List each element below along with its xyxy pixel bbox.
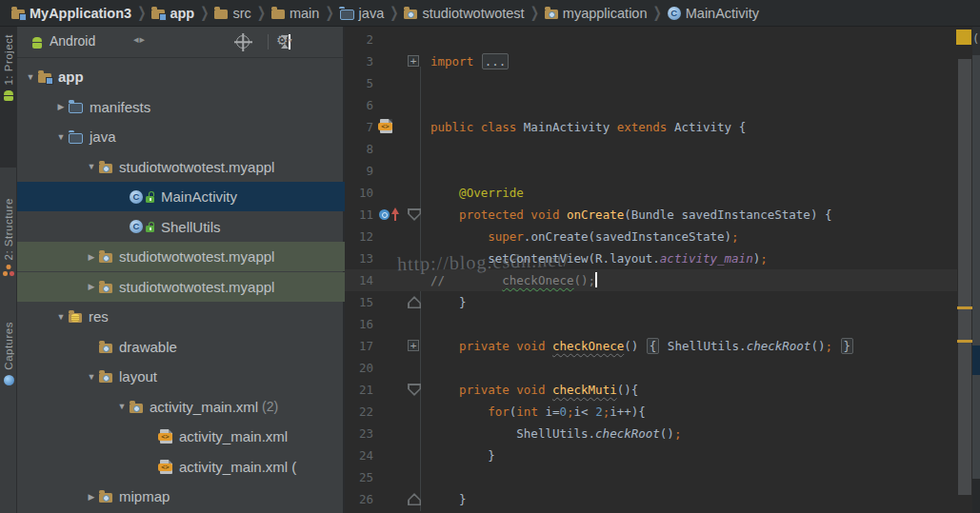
tree-expand-arrow-icon[interactable]: ▶	[84, 282, 99, 291]
code-text[interactable]: protected void onCreate(Bundle savedInst…	[430, 204, 831, 226]
code-text[interactable]: }	[430, 291, 467, 313]
code-text[interactable]: // checkOnece();	[430, 269, 597, 291]
tool-stripe-label: 1: Project	[3, 34, 14, 86]
project-tool-window: Android ◂ ▸ ⚙▾ ▼app▶manifests▼java▼studi…	[17, 27, 345, 513]
code-line: 24 }	[345, 444, 972, 466]
code-text[interactable]: ShellUtils.checkRoot();	[430, 423, 681, 444]
tree-item-label: activity_main.xml (	[179, 459, 296, 475]
gear-icon[interactable]: ⚙▾	[276, 33, 290, 49]
breadcrumb-label: myapplication	[563, 6, 648, 21]
view-switcher-arrows[interactable]: ◂ ▸	[133, 33, 144, 46]
code-line: 5	[345, 72, 972, 94]
line-number: 16	[345, 313, 373, 335]
tree-expand-arrow-icon[interactable]: ▼	[84, 372, 99, 382]
tree-item-label: app	[58, 69, 84, 85]
breadcrumb-separator-icon: ❯	[198, 4, 210, 21]
right-edge-strip: (	[972, 27, 980, 513]
right-strip-bottom	[972, 479, 980, 513]
fold-marker-icon[interactable]	[408, 296, 421, 308]
code-line: 21 private void checkMuti(){	[345, 379, 972, 401]
code-text[interactable]: @Override	[430, 182, 524, 204]
breadcrumb-item[interactable]: MyApplication3	[8, 0, 135, 26]
code-line: 26 }	[345, 488, 972, 510]
code-text[interactable]: setContentView(R.layout.activity_main);	[430, 247, 768, 269]
line-number: 25	[345, 466, 373, 488]
tree-item-label: activity_main.xml	[179, 428, 288, 444]
tree-expand-arrow-icon[interactable]: ▼	[23, 72, 38, 82]
tree-item-label: layout	[119, 368, 157, 385]
code-line: 12 super.onCreate(savedInstanceState);	[345, 226, 972, 247]
structure-icon	[3, 265, 14, 276]
line-number: 26	[345, 488, 373, 510]
module-icon	[38, 73, 51, 83]
tree-row[interactable]: ▼java	[17, 122, 379, 151]
breadcrumb-item[interactable]: app	[148, 0, 198, 26]
xml-badge: <>	[378, 123, 392, 130]
code-line: 6	[345, 94, 972, 116]
xml-file-icon: <>	[160, 460, 172, 474]
tree-row[interactable]: ▶manifests	[17, 92, 379, 122]
code-text[interactable]: }	[430, 444, 495, 466]
tree-expand-arrow-icon[interactable]: ▼	[84, 162, 99, 171]
fold-marker-icon[interactable]: +	[408, 55, 419, 67]
unlock-icon	[146, 196, 154, 203]
tree-row[interactable]: ▼app	[17, 62, 349, 91]
code-text[interactable]: private void checkOnece() { ShellUtils.c…	[430, 335, 854, 357]
code-line: 14// checkOnece();	[345, 269, 972, 291]
line-number: 15	[345, 291, 373, 313]
tree-item-label: MainActivity	[161, 188, 237, 205]
tree-item-label: activity_main.xml	[150, 399, 258, 415]
inspection-indicator[interactable]	[956, 30, 971, 45]
tree-expand-arrow-icon[interactable]: ▼	[114, 402, 130, 411]
code-text[interactable]: }	[430, 488, 467, 510]
tool-stripe-item[interactable]: Captures	[0, 314, 17, 419]
breadcrumb-separator-icon: ❯	[135, 4, 148, 21]
breadcrumb-item[interactable]: myapplication	[541, 0, 651, 26]
tool-stripe-item[interactable]: 1: Project	[0, 27, 17, 168]
code-line: 8	[345, 138, 972, 160]
fold-marker-icon[interactable]	[408, 384, 421, 396]
breadcrumb-label: src	[232, 6, 250, 21]
line-number: 21	[345, 379, 373, 401]
code-text[interactable]: public class MainActivity extends Activi…	[430, 116, 746, 138]
code-editor[interactable]: 23+import ...567<>public class MainActiv…	[345, 27, 972, 513]
locate-icon[interactable]	[236, 35, 250, 49]
breadcrumb-label: app	[170, 6, 194, 21]
tree-expand-arrow-icon[interactable]: ▼	[53, 132, 69, 142]
line-number: 2	[345, 29, 373, 50]
breadcrumb-label: main	[290, 6, 319, 21]
code-text[interactable]: for(int i=0;i< 2;i++){	[430, 401, 646, 423]
tree-expand-arrow-icon[interactable]: ▶	[84, 252, 99, 262]
code-text[interactable]: super.onCreate(savedInstanceState);	[430, 226, 739, 247]
fold-marker-icon[interactable]	[408, 493, 421, 505]
tree-item-label: mipmap	[119, 488, 170, 504]
tool-stripe-item[interactable]: 2: Structure	[0, 190, 17, 314]
fold-marker-icon[interactable]	[408, 208, 421, 221]
tree-expand-arrow-icon[interactable]: ▼	[53, 312, 69, 322]
class-icon: C	[668, 7, 681, 20]
line-number: 6	[345, 94, 373, 116]
breadcrumb-item[interactable]: java	[336, 0, 389, 26]
tree-item-label: java	[90, 128, 116, 145]
project-view-selector[interactable]: Android	[50, 33, 95, 49]
class-icon: C	[130, 220, 143, 233]
breadcrumb-item[interactable]: src	[210, 0, 254, 26]
fold-marker-icon[interactable]: +	[408, 340, 419, 351]
breadcrumb-item[interactable]: studiotwotwotest	[400, 0, 528, 26]
source-folder-icon	[69, 133, 83, 144]
tree-row[interactable]: ▼res	[17, 302, 379, 331]
tree-expand-arrow-icon[interactable]: ▶	[84, 492, 99, 502]
code-text[interactable]: private void checkMuti(){	[430, 379, 638, 401]
code-line: 2	[345, 29, 972, 50]
scrollbar-thumb[interactable]	[958, 59, 971, 495]
breadcrumb-item[interactable]: main	[268, 0, 323, 26]
android-icon	[31, 37, 43, 49]
source-folder-icon	[340, 10, 354, 20]
code-text[interactable]: import ...	[430, 50, 510, 72]
package-icon	[99, 164, 112, 173]
android-icon	[3, 90, 14, 102]
override-method-icon[interactable]	[379, 209, 390, 220]
tree-expand-arrow-icon[interactable]: ▶	[53, 102, 69, 111]
text-caret	[595, 272, 597, 287]
breadcrumb-item[interactable]: CMainActivity	[664, 0, 763, 26]
